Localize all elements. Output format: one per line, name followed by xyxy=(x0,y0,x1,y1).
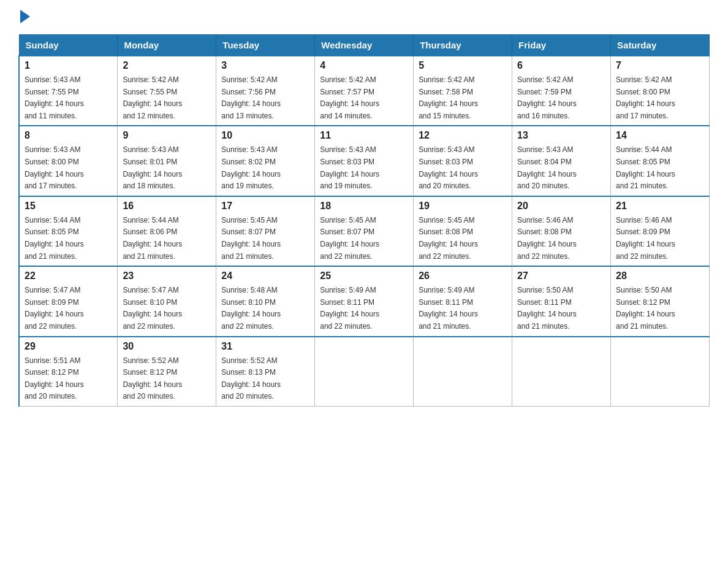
day-number: 11 xyxy=(320,130,408,141)
calendar-cell: 18 Sunrise: 5:45 AMSunset: 8:07 PMDaylig… xyxy=(315,196,414,266)
calendar-cell xyxy=(315,337,414,407)
day-info: Sunrise: 5:51 AMSunset: 8:12 PMDaylight:… xyxy=(25,356,84,401)
day-info: Sunrise: 5:46 AMSunset: 8:09 PMDaylight:… xyxy=(616,216,675,261)
day-number: 23 xyxy=(123,270,211,282)
calendar-cell: 10 Sunrise: 5:43 AMSunset: 8:02 PMDaylig… xyxy=(216,126,315,196)
calendar-cell xyxy=(611,337,710,407)
weekday-header-friday: Friday xyxy=(512,35,611,56)
calendar-cell xyxy=(512,337,611,407)
calendar-cell: 9 Sunrise: 5:43 AMSunset: 8:01 PMDayligh… xyxy=(118,126,216,196)
calendar-week-row: 15 Sunrise: 5:44 AMSunset: 8:05 PMDaylig… xyxy=(19,196,710,266)
calendar-cell: 14 Sunrise: 5:44 AMSunset: 8:05 PMDaylig… xyxy=(611,126,710,196)
calendar-week-row: 29 Sunrise: 5:51 AMSunset: 8:12 PMDaylig… xyxy=(19,337,710,407)
calendar-cell: 24 Sunrise: 5:48 AMSunset: 8:10 PMDaylig… xyxy=(216,266,315,336)
day-number: 22 xyxy=(25,270,112,282)
calendar-cell: 16 Sunrise: 5:44 AMSunset: 8:06 PMDaylig… xyxy=(118,196,216,266)
day-number: 8 xyxy=(25,130,112,141)
day-info: Sunrise: 5:52 AMSunset: 8:12 PMDaylight:… xyxy=(123,356,182,401)
calendar-cell: 26 Sunrise: 5:49 AMSunset: 8:11 PMDaylig… xyxy=(414,266,512,336)
day-info: Sunrise: 5:43 AMSunset: 8:04 PMDaylight:… xyxy=(517,145,577,190)
weekday-header-tuesday: Tuesday xyxy=(216,35,315,56)
day-info: Sunrise: 5:42 AMSunset: 7:57 PMDaylight:… xyxy=(320,75,379,120)
day-number: 4 xyxy=(320,60,408,71)
day-number: 12 xyxy=(419,130,507,141)
day-info: Sunrise: 5:44 AMSunset: 8:05 PMDaylight:… xyxy=(616,145,675,190)
day-number: 17 xyxy=(221,201,309,212)
day-number: 25 xyxy=(320,270,408,282)
day-number: 14 xyxy=(616,130,704,141)
calendar-cell: 2 Sunrise: 5:42 AMSunset: 7:55 PMDayligh… xyxy=(118,56,216,126)
weekday-header-row: SundayMondayTuesdayWednesdayThursdayFrid… xyxy=(19,35,710,56)
day-info: Sunrise: 5:42 AMSunset: 7:55 PMDaylight:… xyxy=(123,75,182,120)
calendar-cell: 4 Sunrise: 5:42 AMSunset: 7:57 PMDayligh… xyxy=(315,56,414,126)
day-info: Sunrise: 5:45 AMSunset: 8:07 PMDaylight:… xyxy=(221,216,281,261)
day-info: Sunrise: 5:45 AMSunset: 8:08 PMDaylight:… xyxy=(419,216,478,261)
day-number: 30 xyxy=(123,341,211,352)
weekday-header-thursday: Thursday xyxy=(414,35,512,56)
day-number: 29 xyxy=(25,341,112,352)
day-number: 13 xyxy=(517,130,605,141)
calendar-cell: 15 Sunrise: 5:44 AMSunset: 8:05 PMDaylig… xyxy=(19,196,118,266)
logo-arrow-icon xyxy=(20,10,30,23)
day-number: 28 xyxy=(616,270,704,282)
day-info: Sunrise: 5:43 AMSunset: 7:55 PMDaylight:… xyxy=(25,75,84,120)
calendar-cell: 25 Sunrise: 5:49 AMSunset: 8:11 PMDaylig… xyxy=(315,266,414,336)
day-info: Sunrise: 5:45 AMSunset: 8:07 PMDaylight:… xyxy=(320,216,379,261)
day-info: Sunrise: 5:43 AMSunset: 8:00 PMDaylight:… xyxy=(25,145,84,190)
day-info: Sunrise: 5:43 AMSunset: 8:03 PMDaylight:… xyxy=(320,145,379,190)
day-info: Sunrise: 5:52 AMSunset: 8:13 PMDaylight:… xyxy=(221,356,281,401)
day-number: 5 xyxy=(419,60,507,71)
day-info: Sunrise: 5:50 AMSunset: 8:11 PMDaylight:… xyxy=(517,286,577,331)
day-number: 15 xyxy=(25,201,112,212)
calendar-cell: 1 Sunrise: 5:43 AMSunset: 7:55 PMDayligh… xyxy=(19,56,118,126)
weekday-header-saturday: Saturday xyxy=(611,35,710,56)
calendar-week-row: 22 Sunrise: 5:47 AMSunset: 8:09 PMDaylig… xyxy=(19,266,710,336)
day-number: 2 xyxy=(123,60,211,71)
weekday-header-wednesday: Wednesday xyxy=(315,35,414,56)
calendar-cell xyxy=(414,337,512,407)
day-number: 9 xyxy=(123,130,211,141)
day-info: Sunrise: 5:42 AMSunset: 7:59 PMDaylight:… xyxy=(517,75,577,120)
day-number: 24 xyxy=(221,270,309,282)
day-info: Sunrise: 5:42 AMSunset: 8:00 PMDaylight:… xyxy=(616,75,675,120)
calendar-week-row: 8 Sunrise: 5:43 AMSunset: 8:00 PMDayligh… xyxy=(19,126,710,196)
page-header xyxy=(18,12,710,23)
day-number: 31 xyxy=(221,341,309,352)
day-info: Sunrise: 5:43 AMSunset: 8:01 PMDaylight:… xyxy=(123,145,182,190)
calendar-cell: 23 Sunrise: 5:47 AMSunset: 8:10 PMDaylig… xyxy=(118,266,216,336)
day-number: 1 xyxy=(25,60,112,71)
day-number: 16 xyxy=(123,201,211,212)
day-info: Sunrise: 5:43 AMSunset: 8:03 PMDaylight:… xyxy=(419,145,478,190)
day-info: Sunrise: 5:47 AMSunset: 8:10 PMDaylight:… xyxy=(123,286,182,331)
day-number: 18 xyxy=(320,201,408,212)
calendar-cell: 13 Sunrise: 5:43 AMSunset: 8:04 PMDaylig… xyxy=(512,126,611,196)
day-number: 21 xyxy=(616,201,704,212)
calendar-table: SundayMondayTuesdayWednesdayThursdayFrid… xyxy=(18,34,710,407)
day-info: Sunrise: 5:43 AMSunset: 8:02 PMDaylight:… xyxy=(221,145,281,190)
weekday-header-monday: Monday xyxy=(118,35,216,56)
day-number: 20 xyxy=(517,201,605,212)
day-number: 19 xyxy=(419,201,507,212)
day-info: Sunrise: 5:49 AMSunset: 8:11 PMDaylight:… xyxy=(320,286,379,331)
day-info: Sunrise: 5:48 AMSunset: 8:10 PMDaylight:… xyxy=(221,286,281,331)
day-info: Sunrise: 5:42 AMSunset: 7:56 PMDaylight:… xyxy=(221,75,281,120)
calendar-cell: 22 Sunrise: 5:47 AMSunset: 8:09 PMDaylig… xyxy=(19,266,118,336)
day-number: 10 xyxy=(221,130,309,141)
calendar-body: 1 Sunrise: 5:43 AMSunset: 7:55 PMDayligh… xyxy=(19,56,710,406)
calendar-cell: 8 Sunrise: 5:43 AMSunset: 8:00 PMDayligh… xyxy=(19,126,118,196)
calendar-cell: 30 Sunrise: 5:52 AMSunset: 8:12 PMDaylig… xyxy=(118,337,216,407)
day-info: Sunrise: 5:42 AMSunset: 7:58 PMDaylight:… xyxy=(419,75,478,120)
calendar-cell: 20 Sunrise: 5:46 AMSunset: 8:08 PMDaylig… xyxy=(512,196,611,266)
calendar-cell: 27 Sunrise: 5:50 AMSunset: 8:11 PMDaylig… xyxy=(512,266,611,336)
day-number: 26 xyxy=(419,270,507,282)
day-info: Sunrise: 5:49 AMSunset: 8:11 PMDaylight:… xyxy=(419,286,478,331)
calendar-cell: 11 Sunrise: 5:43 AMSunset: 8:03 PMDaylig… xyxy=(315,126,414,196)
calendar-cell: 12 Sunrise: 5:43 AMSunset: 8:03 PMDaylig… xyxy=(414,126,512,196)
calendar-cell: 21 Sunrise: 5:46 AMSunset: 8:09 PMDaylig… xyxy=(611,196,710,266)
calendar-cell: 29 Sunrise: 5:51 AMSunset: 8:12 PMDaylig… xyxy=(19,337,118,407)
day-number: 7 xyxy=(616,60,704,71)
weekday-header-sunday: Sunday xyxy=(19,35,118,56)
calendar-week-row: 1 Sunrise: 5:43 AMSunset: 7:55 PMDayligh… xyxy=(19,56,710,126)
day-info: Sunrise: 5:50 AMSunset: 8:12 PMDaylight:… xyxy=(616,286,675,331)
day-number: 3 xyxy=(221,60,309,71)
